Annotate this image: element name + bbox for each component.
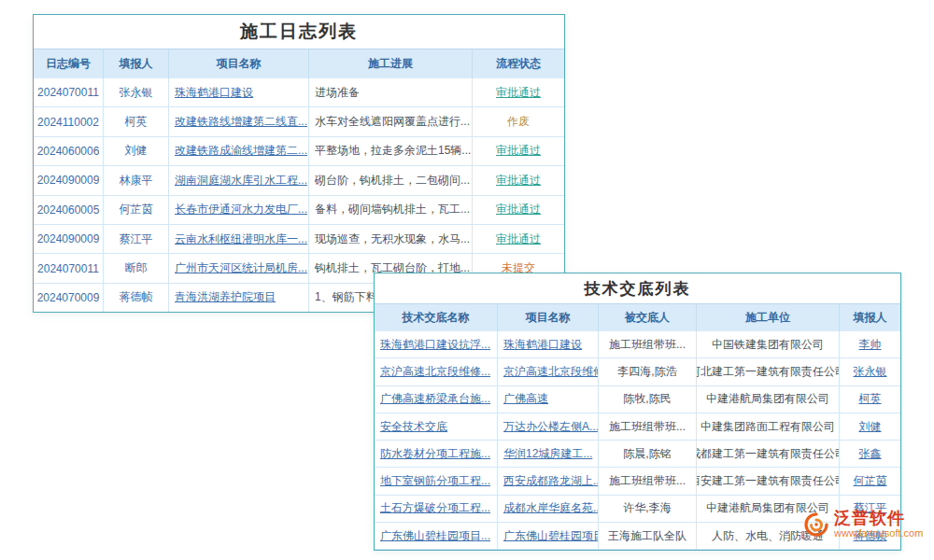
filler-cell: 断郎 <box>104 254 169 283</box>
log-id-cell: 2024070011 <box>34 78 104 107</box>
log-id-cell: 2024110002 <box>34 107 104 136</box>
receiver-cell: 李四海,陈浩 <box>599 358 697 385</box>
log-id-cell: 2024090009 <box>34 166 104 195</box>
disclosure-panel-title: 技术交底列表 <box>375 273 900 304</box>
project-link[interactable]: 青海洪湖养护院项目 <box>169 284 309 313</box>
unit-cell: 中国铁建集团有限公司 <box>697 331 840 358</box>
filler-link[interactable]: 李帅 <box>840 331 900 358</box>
project-link[interactable]: 云南水利枢纽潜明水库一... <box>169 225 309 254</box>
receiver-cell: 陈牧,陈民 <box>599 386 697 413</box>
status-link[interactable]: 审批通过 <box>473 225 564 254</box>
filler-link[interactable]: 张鑫 <box>840 441 900 468</box>
disclosure-name-link[interactable]: 京沪高速北京段维修... <box>375 358 498 385</box>
col-header-receiver: 被交底人 <box>599 304 697 331</box>
filler-link[interactable]: 张永银 <box>840 358 900 385</box>
disclosure-name-link[interactable]: 广佛高速桥梁承台施... <box>375 386 498 413</box>
fanpu-watermark-text: 泛普软件 www.fanpusoft.com <box>834 509 923 539</box>
log-table-row: 2024110002 柯英 改建铁路线增建第二线直... 水车对全线遮阳网覆盖点… <box>34 107 564 136</box>
disclosure-name-link[interactable]: 防水卷材分项工程施... <box>375 441 498 468</box>
unit-cell: 中建港航局集团有限公司 <box>697 386 840 413</box>
project-link[interactable]: 成都水岸华庭名苑... <box>498 496 599 523</box>
receiver-cell: 施工班组带班... <box>599 468 697 495</box>
progress-cell: 备料，砌间墙钩机排土，瓦工... <box>309 196 473 225</box>
filler-cell: 柯英 <box>104 107 169 136</box>
progress-cell: 水车对全线遮阳网覆盖点进行... <box>309 107 473 136</box>
log-table-row: 2024060006 刘健 改建铁路成渝线增建第二... 平整场地，拉走多余泥土… <box>34 137 564 166</box>
construction-log-panel: 施工日志列表 日志编号 填报人 项目名称 施工进展 流程状态 202407001… <box>33 14 565 313</box>
disclosure-name-link[interactable]: 地下室钢筋分项工程... <box>375 468 498 495</box>
progress-cell: 现场巡查，无积水现象，水马... <box>309 225 473 254</box>
filler-cell: 林康平 <box>104 166 169 195</box>
project-link[interactable]: 珠海鹤港口建设 <box>169 78 309 107</box>
project-link[interactable]: 万达办公楼左侧A... <box>498 413 599 441</box>
filler-cell: 刘健 <box>104 137 169 166</box>
unit-cell: 中建集团路面工程有限公司 <box>697 413 840 441</box>
log-table-header: 日志编号 填报人 项目名称 施工进展 流程状态 <box>34 49 564 78</box>
disclosure-table-row: 珠海鹤港口建设抗浮... 珠海鹤港口建设 施工班组带班... 中国铁建集团有限公… <box>375 331 900 358</box>
col-header-filler: 填报人 <box>840 304 900 331</box>
disclosure-table-row: 防水卷材分项工程施... 华润12城房建工... 陈晨,陈铭 成都建工第一建筑有… <box>375 441 900 468</box>
disclosure-table-row: 安全技术交底 万达办公楼左侧A... 施工班组带班... 中建集团路面工程有限公… <box>375 413 900 441</box>
disclosure-table-row: 地下室钢筋分项工程... 西安成都路龙湖上... 施工班组带班... 西安建工第… <box>375 468 900 495</box>
filler-link[interactable]: 柯英 <box>840 386 900 413</box>
project-link[interactable]: 华润12城房建工... <box>498 441 599 468</box>
progress-cell: 砌台阶，钩机排土，二包砌间... <box>309 166 473 195</box>
filler-cell: 蔡江平 <box>104 225 169 254</box>
log-id-cell: 2024070011 <box>34 254 104 283</box>
status-link[interactable]: 审批通过 <box>473 196 564 225</box>
project-link[interactable]: 长春市伊通河水力发电厂... <box>169 196 309 225</box>
log-table-row: 2024090009 林康平 湖南洞庭湖水库引水工程... 砌台阶，钩机排土，二… <box>34 166 564 195</box>
fanpu-logo-icon <box>803 511 829 538</box>
project-link[interactable]: 西安成都路龙湖上... <box>498 468 599 495</box>
receiver-cell: 许华,李海 <box>599 496 697 523</box>
log-id-cell: 2024070009 <box>34 284 104 313</box>
receiver-cell: 施工班组带班... <box>599 331 697 358</box>
receiver-cell: 施工班组带班... <box>599 413 697 441</box>
log-id-cell: 2024060005 <box>34 196 104 225</box>
unit-cell: 河北建工第一建筑有限责任公司 <box>697 358 840 385</box>
receiver-cell: 王海施工队全队 <box>599 523 697 550</box>
col-header-disclosure-name: 技术交底名称 <box>375 304 498 331</box>
filler-cell: 蒋德帧 <box>104 284 169 313</box>
filler-link[interactable]: 刘健 <box>840 413 900 441</box>
disclosure-name-link[interactable]: 广东佛山碧桂园项目... <box>375 523 498 550</box>
progress-cell: 进场准备 <box>309 78 473 107</box>
project-link[interactable]: 湖南洞庭湖水库引水工程... <box>169 166 309 195</box>
col-header-unit: 施工单位 <box>697 304 840 331</box>
fanpu-url: www.fanpusoft.com <box>834 527 923 539</box>
receiver-cell: 陈晨,陈铭 <box>599 441 697 468</box>
log-panel-title: 施工日志列表 <box>34 15 564 49</box>
unit-cell: 西安建工第一建筑有限责任公司 <box>697 468 840 495</box>
fanpu-watermark: 泛普软件 www.fanpusoft.com <box>803 509 923 539</box>
status-link[interactable]: 审批通过 <box>473 137 564 166</box>
project-link[interactable]: 广佛高速 <box>498 386 599 413</box>
disclosure-table-row: 京沪高速北京段维修... 京沪高速北京段维修 李四海,陈浩 河北建工第一建筑有限… <box>375 358 900 385</box>
project-link[interactable]: 改建铁路成渝线增建第二... <box>169 137 309 166</box>
log-id-cell: 2024060006 <box>34 137 104 166</box>
col-header-filler: 填报人 <box>104 49 169 78</box>
disclosure-name-link[interactable]: 安全技术交底 <box>375 413 498 441</box>
disclosure-name-link[interactable]: 珠海鹤港口建设抗浮... <box>375 331 498 358</box>
project-link[interactable]: 改建铁路线增建第二线直... <box>169 107 309 136</box>
disclosure-table-row: 广佛高速桥梁承台施... 广佛高速 陈牧,陈民 中建港航局集团有限公司 柯英 <box>375 386 900 413</box>
status-link[interactable]: 审批通过 <box>473 78 564 107</box>
col-header-status: 流程状态 <box>473 49 564 78</box>
unit-cell: 成都建工第一建筑有限责任公司 <box>697 441 840 468</box>
project-link[interactable]: 京沪高速北京段维修 <box>498 358 599 385</box>
status-link[interactable]: 作废 <box>473 107 564 136</box>
disclosure-name-link[interactable]: 土石方爆破分项工程... <box>375 496 498 523</box>
log-table-row: 2024060005 何芷茵 长春市伊通河水力发电厂... 备料，砌间墙钩机排土… <box>34 196 564 225</box>
col-header-log-id: 日志编号 <box>34 49 104 78</box>
project-link[interactable]: 珠海鹤港口建设 <box>498 331 599 358</box>
filler-cell: 何芷茵 <box>104 196 169 225</box>
filler-cell: 张永银 <box>104 78 169 107</box>
project-link[interactable]: 广州市天河区统计局机房... <box>169 254 309 283</box>
progress-cell: 平整场地，拉走多余泥土15辆... <box>309 137 473 166</box>
col-header-project: 项目名称 <box>169 49 309 78</box>
filler-link[interactable]: 何芷茵 <box>840 468 900 495</box>
fanpu-brand-name: 泛普软件 <box>834 509 923 527</box>
col-header-project: 项目名称 <box>498 304 599 331</box>
log-table-row: 2024070011 张永银 珠海鹤港口建设 进场准备 审批通过 <box>34 78 564 107</box>
project-link[interactable]: 广东佛山碧桂园项目 <box>498 523 599 550</box>
status-link[interactable]: 审批通过 <box>473 166 564 195</box>
